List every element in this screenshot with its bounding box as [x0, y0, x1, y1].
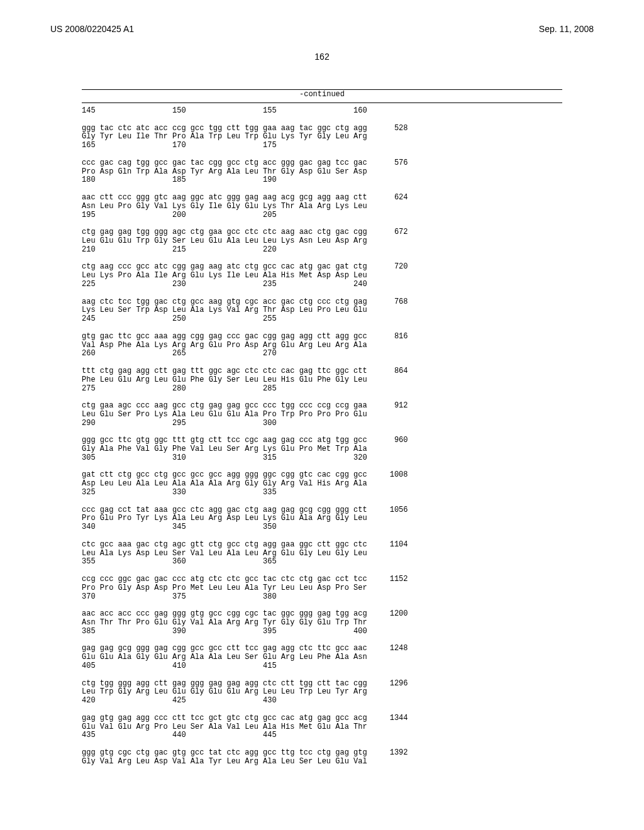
- sequence-row: 165 170 175: [82, 141, 408, 150]
- sequence-row: aag ctc tcc tgg gac ctg gcc aag gtg cgc …: [82, 298, 408, 307]
- publication-date: Sep. 11, 2008: [539, 24, 594, 34]
- sequence-row: Asn Thr Thr Pro Glu Gly Val Ala Arg Arg …: [82, 619, 408, 628]
- sequence-row: [82, 601, 408, 610]
- sequence-row: Gly Ala Phe Val Gly Phe Val Leu Ser Arg …: [82, 445, 408, 454]
- sequence-row: Glu Val Glu Arg Pro Leu Ser Ala Val Leu …: [82, 723, 408, 732]
- sequence-row: ggg tac ctc atc acc ccg gcc tgg ctt tgg …: [82, 124, 408, 133]
- sequence-row: aac acc acc ccc gag ggg gtg gcc cgg cgc …: [82, 610, 408, 619]
- sequence-row: 385 390 395 400: [82, 628, 408, 636]
- sequence-row: 355 360 365: [82, 558, 408, 567]
- sequence-row: 275 280 285: [82, 385, 408, 394]
- sequence-row: ttt ctg gag agg ctt gag ttt ggc agc ctc …: [82, 367, 408, 376]
- sequence-row: [82, 219, 408, 228]
- sequence-row: ctg aag ccc gcc atc cgg gag aag atc ctg …: [82, 263, 408, 272]
- sequence-row: [82, 532, 408, 541]
- sequence-row: [82, 255, 408, 263]
- sequence-row: ctg gaa agc ccc aag gcc ctg gag gag gcc …: [82, 402, 408, 411]
- sequence-row: ggg gcc ttc gtg ggc ttt gtg ctt tcc cgc …: [82, 436, 408, 445]
- sequence-row: Asp Leu Leu Ala Leu Ala Ala Ala Arg Gly …: [82, 480, 408, 489]
- sequence-row: Leu Glu Glu Trp Gly Ser Leu Glu Ala Leu …: [82, 237, 408, 246]
- sequence-row: ccc gag cct tat aaa gcc ctc agg gac ctg …: [82, 506, 408, 515]
- sequence-row: Phe Leu Glu Arg Leu Glu Phe Gly Ser Leu …: [82, 376, 408, 385]
- sequence-row: 195 200 205: [82, 211, 408, 220]
- sequence-row: 180 185 190: [82, 176, 408, 185]
- sequence-row: aac ctt ccc ggg gtc aag ggc atc ggg gag …: [82, 194, 408, 202]
- page-number: 162: [0, 52, 644, 62]
- publication-number: US 2008/0220425 A1: [50, 24, 134, 34]
- sequence-row: [82, 428, 408, 436]
- sequence-row: Leu Glu Ser Pro Lys Ala Leu Glu Glu Ala …: [82, 411, 408, 419]
- sequence-row: [82, 567, 408, 575]
- sequence-row: ctg gag gag tgg ggg agc ctg gaa gcc ctc …: [82, 228, 408, 237]
- sequence-row: 325 330 335: [82, 489, 408, 497]
- sequence-row: [82, 706, 408, 714]
- sequence-row: [82, 393, 408, 402]
- sequence-row: 290 295 300: [82, 419, 408, 428]
- sequence-row: Pro Asp Gln Trp Ala Asp Tyr Arg Ala Leu …: [82, 168, 408, 177]
- sequence-row: ggg gtg cgc ctg gac gtg gcc tat ctc agg …: [82, 749, 408, 758]
- sequence-row: Val Asp Phe Ala Lys Arg Arg Glu Pro Asp …: [82, 341, 408, 350]
- sequence-row: gtg gac ttc gcc aaa agg cgg gag ccc gac …: [82, 333, 408, 341]
- sequence-row: Asn Leu Pro Gly Val Lys Gly Ile Gly Glu …: [82, 202, 408, 211]
- sequence-row: [82, 324, 408, 333]
- sequence-row: gag gag gcg ggg gag cgg gcc gcc ctt tcc …: [82, 645, 408, 653]
- sequence-row: 260 265 270: [82, 350, 408, 358]
- sequence-row: 405 410 415: [82, 662, 408, 671]
- sequence-row: 145 150 155 160: [82, 107, 408, 116]
- sequence-row: Pro Pro Gly Asp Asp Pro Met Leu Leu Ala …: [82, 584, 408, 593]
- sequence-row: [82, 636, 408, 645]
- sequence-row: ctc gcc aaa gac ctg agc gtt ctg gcc ctg …: [82, 541, 408, 550]
- sequence-row: Lys Leu Ser Trp Asp Leu Ala Lys Val Arg …: [82, 306, 408, 315]
- sequence-row: ctg tgg ggg agg ctt gag ggg gag gag agg …: [82, 680, 408, 689]
- sequence-row: [82, 740, 408, 749]
- sequence-row: [82, 150, 408, 159]
- sequence-row: [82, 358, 408, 367]
- sequence-row: 420 425 430: [82, 697, 408, 706]
- sequence-row: gat ctt ctg gcc ctg gcc gcc gcc agg ggg …: [82, 471, 408, 480]
- sequence-row: Gly Tyr Leu Ile Thr Pro Ala Trp Leu Trp …: [82, 133, 408, 141]
- sequence-row: ccc gac cag tgg gcc gac tac cgg gcc ctg …: [82, 159, 408, 168]
- sequence-row: 225 230 235 240: [82, 280, 408, 289]
- continued-label: -continued: [0, 90, 644, 99]
- sequence-row: 370 375 380: [82, 593, 408, 602]
- sequence-row: gag gtg gag agg ccc ctt tcc gct gtc ctg …: [82, 714, 408, 723]
- sequence-row: Gly Val Arg Leu Asp Val Ala Tyr Leu Arg …: [82, 758, 408, 766]
- sequence-row: [82, 671, 408, 680]
- sequence-row: 245 250 255: [82, 315, 408, 324]
- sequence-row: Glu Glu Ala Gly Glu Arg Ala Ala Leu Ser …: [82, 653, 408, 662]
- sequence-row: ccg ccc ggc gac gac ccc atg ctc ctc gcc …: [82, 575, 408, 584]
- sequence-row: [82, 463, 408, 472]
- sequence-row: Leu Ala Lys Asp Leu Ser Val Leu Ala Leu …: [82, 550, 408, 558]
- sequence-row: [82, 497, 408, 506]
- sequence-row: Pro Glu Pro Tyr Lys Ala Leu Arg Asp Leu …: [82, 514, 408, 523]
- sequence-listing: 145 150 155 160 ggg tac ctc atc acc ccg …: [82, 107, 408, 766]
- sequence-row: [82, 116, 408, 124]
- sequence-row: 305 310 315 320: [82, 454, 408, 463]
- sequence-row: 435 440 445: [82, 731, 408, 740]
- sequence-row: Leu Lys Pro Ala Ile Arg Glu Lys Ile Leu …: [82, 272, 408, 280]
- sequence-row: [82, 289, 408, 298]
- sequence-row: Leu Trp Gly Arg Leu Glu Gly Glu Glu Arg …: [82, 688, 408, 697]
- sequence-row: [82, 185, 408, 194]
- sequence-row: 210 215 220: [82, 246, 408, 255]
- sequence-row: 340 345 350: [82, 523, 408, 532]
